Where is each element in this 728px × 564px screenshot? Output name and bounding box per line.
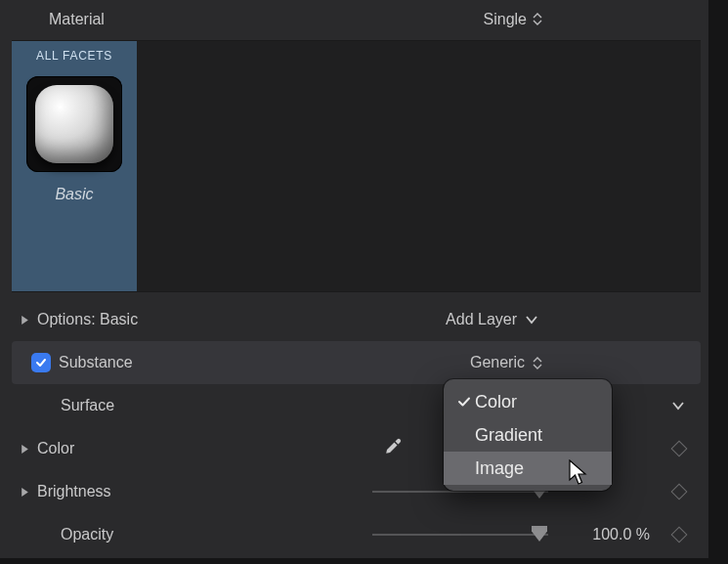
opacity-row: Opacity 100.0 % <box>12 513 701 556</box>
substance-label: Substance <box>59 354 133 371</box>
opacity-slider[interactable] <box>372 525 548 544</box>
chevron-down-icon <box>525 315 538 325</box>
brightness-label: Brightness <box>37 483 111 500</box>
popup-arrows-icon <box>533 357 542 369</box>
surface-dropdown[interactable]: Color Gradient Image <box>444 379 612 491</box>
options-label: Options: Basic <box>37 311 138 328</box>
substance-value: Generic <box>470 354 525 371</box>
facets-tab-label: ALL FACETS <box>36 49 112 63</box>
facets-well: ALL FACETS Basic <box>12 40 701 292</box>
substance-row: Substance Generic <box>12 341 701 384</box>
chevron-down-icon <box>671 401 685 411</box>
substance-checkbox[interactable] <box>31 353 51 372</box>
surface-option-image[interactable]: Image <box>444 452 612 485</box>
material-header: Material Single <box>0 2 708 36</box>
keyframe-diamond[interactable] <box>671 527 688 543</box>
checkmark-icon <box>453 394 475 410</box>
eyedropper-button[interactable] <box>383 437 403 460</box>
surface-option-label: Color <box>475 392 517 412</box>
slider-thumb-icon[interactable] <box>532 526 547 542</box>
eyedropper-icon <box>383 437 403 456</box>
material-mode-popup[interactable]: Single <box>484 11 542 28</box>
surface-option-label: Image <box>475 458 524 479</box>
facet-name: Basic <box>55 186 93 203</box>
material-mode-value: Single <box>484 11 527 28</box>
slider-track <box>372 491 548 493</box>
options-row: Options: Basic Add Layer <box>12 298 701 341</box>
material-label: Material <box>49 11 105 28</box>
add-layer-label: Add Layer <box>446 311 517 328</box>
add-layer-button[interactable]: Add Layer <box>446 311 538 328</box>
disclosure-triangle-icon[interactable] <box>12 444 37 455</box>
opacity-value[interactable]: 100.0 % <box>572 526 650 543</box>
substance-value-popup[interactable]: Generic <box>470 354 542 371</box>
color-label: Color <box>37 440 74 457</box>
surface-option-label: Gradient <box>475 425 542 446</box>
surface-option-gradient[interactable]: Gradient <box>444 418 612 452</box>
disclosure-triangle-icon[interactable] <box>12 487 37 498</box>
facet-item[interactable]: ALL FACETS Basic <box>12 41 137 291</box>
slider-track <box>372 534 548 536</box>
surface-value-popup[interactable] <box>671 401 685 411</box>
material-thumbnail[interactable] <box>26 76 122 172</box>
opacity-label: Opacity <box>61 526 113 543</box>
material-preview-icon <box>35 85 113 163</box>
popup-arrows-icon <box>533 13 542 25</box>
surface-label: Surface <box>61 397 114 414</box>
disclosure-triangle-icon[interactable] <box>12 315 37 325</box>
keyframe-diamond[interactable] <box>671 484 688 500</box>
checkmark-icon <box>34 356 48 369</box>
surface-option-color[interactable]: Color <box>444 385 612 418</box>
keyframe-diamond[interactable] <box>671 441 688 457</box>
